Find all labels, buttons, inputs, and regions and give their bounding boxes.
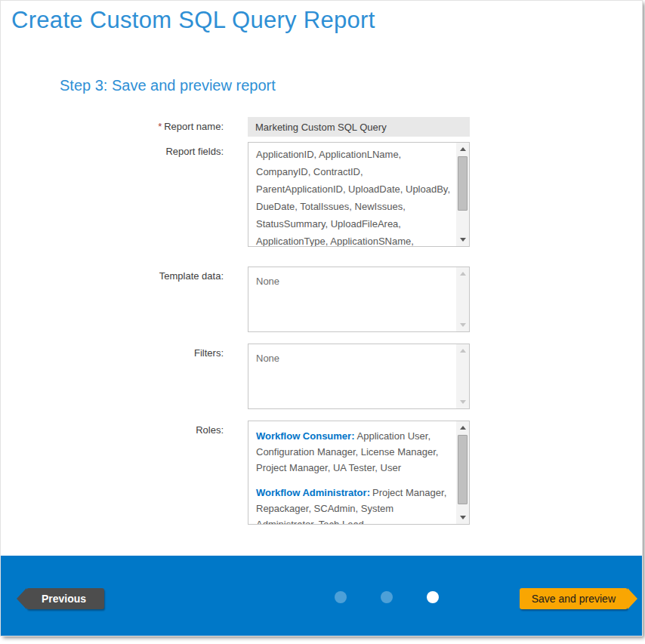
scroll-down-icon[interactable] <box>456 233 469 246</box>
report-name-row: *Report name: <box>1 117 642 137</box>
roles-row: Roles: Workflow ConsumerApplication User… <box>1 421 642 525</box>
roles-scrollbar[interactable] <box>456 421 469 524</box>
report-fields-box[interactable]: ApplicationID, ApplicationLName, Company… <box>248 142 470 247</box>
scrollbar-thumb[interactable] <box>458 435 468 504</box>
wizard-step-dot-3 <box>427 591 439 603</box>
role-name: Workflow Consumer <box>256 430 355 442</box>
report-fields-label: Report fields: <box>1 142 248 247</box>
scroll-down-icon <box>456 319 469 331</box>
template-data-scrollbar <box>456 267 469 331</box>
filters-row: Filters: None <box>1 344 642 409</box>
roles-text: Workflow ConsumerApplication User, Confi… <box>248 421 456 524</box>
previous-button[interactable]: Previous <box>26 588 104 609</box>
role-name: Workflow Administrator <box>256 487 370 498</box>
save-and-preview-button[interactable]: Save and preview <box>520 588 628 609</box>
report-name-label: *Report name: <box>1 117 248 137</box>
filters-label: Filters: <box>1 344 248 409</box>
scrollbar-thumb[interactable] <box>458 156 468 211</box>
scroll-up-icon[interactable] <box>456 421 469 434</box>
template-data-row: Template data: None <box>1 267 642 332</box>
template-data-box[interactable]: None <box>248 267 470 332</box>
report-fields-scrollbar[interactable] <box>456 143 469 246</box>
wizard-step-dot-2 <box>381 591 393 603</box>
page-title: Create Custom SQL Query Report <box>11 7 642 34</box>
filters-text: None <box>248 344 456 408</box>
role-group: Workflow AdministratorProject Manager, R… <box>256 485 452 524</box>
roles-label: Roles: <box>1 421 248 525</box>
scroll-up-icon <box>456 267 469 280</box>
template-data-label: Template data: <box>1 267 248 332</box>
report-fields-text: ApplicationID, ApplicationLName, Company… <box>248 143 456 246</box>
template-data-text: None <box>248 267 456 331</box>
filters-box[interactable]: None <box>248 344 470 409</box>
wizard-page: Create Custom SQL Query Report Step 3: S… <box>0 0 643 636</box>
filters-scrollbar <box>456 344 469 408</box>
wizard-progress-dots <box>335 591 439 603</box>
role-group: Workflow ConsumerApplication User, Confi… <box>256 428 452 476</box>
scroll-down-icon[interactable] <box>456 511 469 524</box>
report-fields-row: Report fields: ApplicationID, Applicatio… <box>1 142 642 247</box>
report-name-input[interactable] <box>248 117 470 137</box>
required-marker: * <box>158 121 162 132</box>
roles-box[interactable]: Workflow ConsumerApplication User, Confi… <box>248 421 470 525</box>
scroll-up-icon <box>456 344 469 357</box>
scroll-down-icon <box>456 396 469 408</box>
wizard-step-dot-1 <box>335 591 347 603</box>
wizard-footer-bar: Previous Save and preview <box>1 556 642 636</box>
scroll-up-icon[interactable] <box>456 143 469 156</box>
step-heading: Step 3: Save and preview report <box>60 77 642 94</box>
